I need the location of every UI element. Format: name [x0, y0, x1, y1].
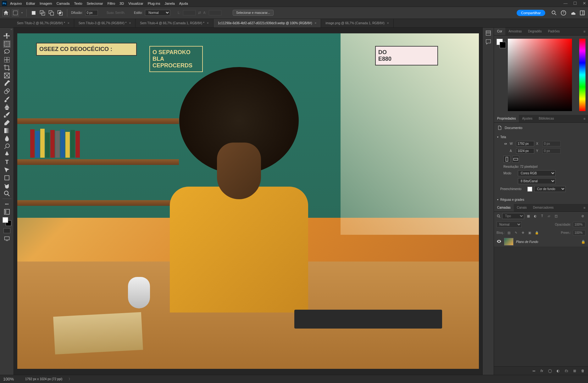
filter-type-icon[interactable]: T: [539, 213, 545, 219]
menu-help[interactable]: Ajuda: [179, 2, 188, 5]
close-button[interactable]: ✕: [583, 1, 586, 6]
tab-color[interactable]: Cor: [494, 28, 505, 35]
document-tab-active[interactable]: 1c11290e-6d36-4bf2-a627-d0221c939dc9.web…: [214, 19, 321, 27]
path-tool[interactable]: [3, 166, 11, 174]
tab-gradients[interactable]: Degradês: [525, 28, 545, 35]
eyedropper-tool[interactable]: [3, 80, 11, 87]
close-icon[interactable]: ×: [129, 21, 131, 25]
close-icon[interactable]: ×: [207, 21, 209, 25]
tab-properties[interactable]: Propriedades: [494, 115, 519, 122]
width-input[interactable]: [516, 141, 534, 146]
clone-stamp-tool[interactable]: [3, 103, 11, 111]
eraser-tool[interactable]: [3, 119, 11, 127]
document-tab[interactable]: Sem Título-3 @ 66,7% (RGB/8#) *×: [74, 19, 136, 27]
workspace-icon[interactable]: [579, 10, 585, 16]
depth-select[interactable]: 8 Bits/Canal: [518, 178, 556, 184]
document-tab[interactable]: Sem Título-4 @ 66,7% (Camada 1, RGB/8#) …: [136, 19, 213, 27]
orientation-landscape[interactable]: [512, 156, 519, 163]
group-icon[interactable]: 🗀: [563, 368, 569, 374]
pen-tool[interactable]: [3, 150, 11, 158]
menu-select[interactable]: Selecionar: [87, 2, 103, 5]
adjustment-icon[interactable]: ◐: [555, 368, 561, 374]
brush-tool[interactable]: [3, 95, 11, 103]
tab-adjustments[interactable]: Ajustes: [519, 115, 535, 122]
zoom-tool[interactable]: [3, 190, 11, 197]
collapse-icon[interactable]: ››: [11, 29, 12, 32]
history-panel-icon[interactable]: [485, 30, 492, 37]
menu-plugins[interactable]: Plug-ins: [148, 2, 160, 5]
document-tab[interactable]: image.png @ 66,7% (Camada 1, RGB/8#)×: [321, 19, 393, 27]
tab-patterns[interactable]: Padrões: [545, 28, 563, 35]
menu-edit[interactable]: Editar: [26, 2, 35, 5]
tab-paths[interactable]: Demarcadores: [530, 204, 557, 211]
cloud-icon[interactable]: [570, 10, 576, 16]
color-field[interactable]: [508, 39, 572, 111]
filter-pixel-icon[interactable]: ▦: [525, 213, 531, 219]
fx-icon[interactable]: fx: [539, 368, 545, 374]
bg-color-mini[interactable]: [500, 42, 506, 48]
lock-paint-icon[interactable]: ✎: [513, 230, 519, 235]
lock-artboard-icon[interactable]: ▣: [527, 230, 532, 235]
help-icon[interactable]: ?: [560, 10, 567, 16]
gradient-tool[interactable]: [3, 127, 11, 134]
menu-type[interactable]: Texto: [74, 2, 82, 5]
lock-transparency-icon[interactable]: ▨: [507, 230, 512, 235]
frame-tool[interactable]: [3, 72, 11, 79]
selection-subtract-icon[interactable]: [48, 10, 54, 16]
tab-layers[interactable]: Camadas: [494, 204, 514, 211]
close-icon[interactable]: ×: [387, 21, 389, 25]
layer-row[interactable]: Plano de Fundo 🔒: [494, 237, 588, 247]
select-and-mask-button[interactable]: Selecionar e mascarar...: [233, 10, 274, 16]
tab-channels[interactable]: Canais: [514, 204, 530, 211]
more-tools[interactable]: •••: [3, 200, 11, 208]
style-select[interactable]: Normal: [145, 10, 170, 16]
document-canvas[interactable]: OSEEZ CO DEOOCÉCICO : O SEPAROKOBLACEPRO…: [17, 33, 479, 369]
visibility-toggle[interactable]: [496, 239, 502, 245]
hue-slider[interactable]: [579, 39, 585, 111]
link-layers-icon[interactable]: ⫘: [531, 368, 536, 374]
layer-name[interactable]: Plano de Fundo: [516, 240, 538, 244]
comments-panel-icon[interactable]: [485, 38, 492, 45]
menu-filter[interactable]: Filtro: [108, 2, 115, 5]
document-tab[interactable]: Sem Título-2 @ 66,7% (RGB/8#) *×: [13, 19, 74, 27]
menu-window[interactable]: Janela: [164, 2, 175, 5]
orientation-portrait[interactable]: [503, 156, 510, 163]
filter-toggle[interactable]: ⊘: [580, 213, 585, 219]
delete-icon[interactable]: 🗑: [580, 368, 585, 374]
filter-shape-icon[interactable]: ▱: [546, 213, 552, 219]
canvas-area[interactable]: OSEEZ CO DEOOCÉCICO : O SEPAROKOBLACEPRO…: [14, 28, 482, 375]
menu-file[interactable]: Arquivo: [10, 2, 22, 5]
search-icon[interactable]: [551, 10, 557, 16]
zoom-input[interactable]: [3, 377, 19, 381]
canvas-section-toggle[interactable]: ▾Tela: [497, 134, 585, 140]
filter-adjust-icon[interactable]: ◐: [532, 213, 538, 219]
new-layer-icon[interactable]: ⊞: [572, 368, 577, 374]
fill-select[interactable]: Cor de fundo: [534, 186, 566, 192]
home-button[interactable]: [3, 9, 9, 16]
status-arrow[interactable]: 〉: [69, 377, 72, 381]
healing-tool[interactable]: [3, 87, 11, 95]
mode-select[interactable]: Cores RGB: [518, 170, 556, 176]
mask-icon[interactable]: ◯: [547, 368, 553, 374]
tool-preset-picker[interactable]: [12, 9, 19, 16]
selection-add-icon[interactable]: [39, 10, 46, 16]
crop-tool[interactable]: [3, 64, 11, 71]
quick-mask-toggle[interactable]: [3, 228, 10, 233]
menu-image[interactable]: Imagem: [40, 2, 52, 5]
filter-search-icon[interactable]: [496, 214, 501, 218]
color-swatches[interactable]: [3, 217, 11, 226]
layer-thumbnail[interactable]: [504, 238, 513, 245]
selection-intersect-icon[interactable]: [57, 10, 63, 16]
filter-kind-select[interactable]: Tipo: [502, 213, 524, 219]
tab-libraries[interactable]: Bibliotecas: [535, 115, 557, 122]
lasso-tool[interactable]: [3, 48, 11, 56]
maximize-button[interactable]: ☐: [573, 1, 577, 6]
dodge-tool[interactable]: [3, 143, 11, 150]
lock-position-icon[interactable]: ✥: [520, 230, 525, 235]
minimize-button[interactable]: —: [563, 1, 568, 6]
shape-tool[interactable]: [3, 174, 11, 182]
panel-menu-icon[interactable]: ≡: [581, 28, 588, 35]
close-icon[interactable]: ×: [68, 21, 69, 25]
history-brush-tool[interactable]: [3, 111, 11, 119]
share-button[interactable]: Compartilhar: [517, 10, 545, 16]
